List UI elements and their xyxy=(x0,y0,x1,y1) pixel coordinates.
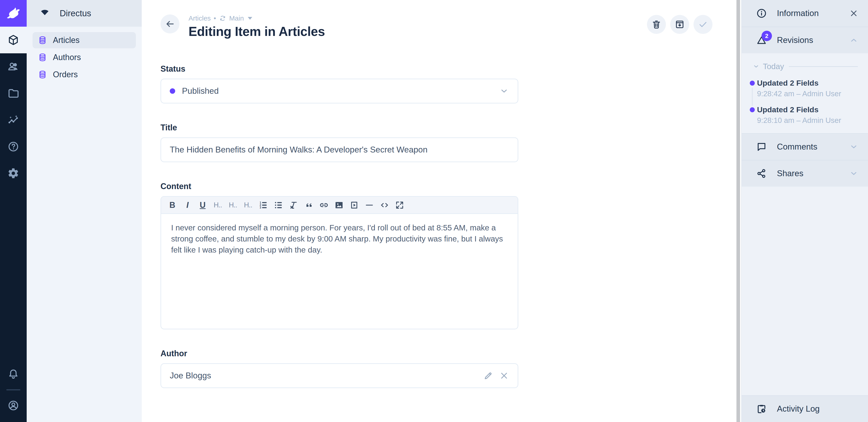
blockquote-button[interactable] xyxy=(301,198,316,212)
chevron-down-icon xyxy=(849,169,859,178)
code-icon xyxy=(379,200,390,210)
sidebar-section-revisions[interactable]: 2 Revisions xyxy=(742,27,868,53)
bell-icon xyxy=(7,368,19,380)
deselect-x-icon[interactable] xyxy=(499,371,509,381)
arrow-left-icon xyxy=(165,19,175,29)
status-select[interactable]: Published xyxy=(160,78,518,103)
heading2-glyph: H.. xyxy=(229,201,237,209)
module-settings[interactable] xyxy=(0,160,27,187)
image-button[interactable] xyxy=(331,198,346,212)
expand-comments-button[interactable] xyxy=(849,142,859,152)
collapse-revisions-button[interactable] xyxy=(849,35,859,45)
notifications-button[interactable] xyxy=(0,361,27,387)
status-dot-icon xyxy=(170,88,175,94)
sidebar-section-shares[interactable]: Shares xyxy=(742,160,868,187)
main-scrollbar[interactable] xyxy=(737,0,740,422)
link-icon xyxy=(319,200,329,210)
nav-item-articles[interactable]: Articles xyxy=(33,32,136,48)
group-divider-line xyxy=(789,66,858,67)
bullet-list-icon xyxy=(274,200,283,210)
revisions-group-today[interactable]: Today xyxy=(742,61,868,71)
fullscreen-button[interactable] xyxy=(392,198,407,212)
rabbit-icon xyxy=(6,6,21,21)
revision-meta: 9:28:10 am – Admin User xyxy=(757,116,868,125)
sidebar-filler xyxy=(742,187,868,395)
revision-title: Updated 2 Fields xyxy=(757,78,868,88)
header-text: Articles • Main Editing Item in Articles xyxy=(188,14,325,39)
revisions-icon-wrap: 2 xyxy=(756,35,767,45)
save-button[interactable] xyxy=(693,15,712,34)
bullet-list-button[interactable] xyxy=(271,198,286,212)
sidebar-section-comments[interactable]: Comments xyxy=(742,133,868,160)
expand-shares-button[interactable] xyxy=(849,169,859,178)
module-insights[interactable] xyxy=(0,107,27,133)
title-label: Title xyxy=(160,123,518,132)
delete-button[interactable] xyxy=(647,15,666,34)
underline-button[interactable]: U xyxy=(195,198,210,212)
field-content: Content B I U H.. H.. H.. 123 xyxy=(160,182,518,329)
editor-body[interactable]: I never considered myself a morning pers… xyxy=(161,214,518,329)
account-circle-icon xyxy=(7,400,19,411)
module-bar xyxy=(0,0,27,422)
code-button[interactable] xyxy=(377,198,392,212)
heading1-glyph: H.. xyxy=(214,201,222,209)
revisions-count-badge: 2 xyxy=(762,31,772,41)
chevron-down-icon xyxy=(849,142,859,152)
page-title: Editing Item in Articles xyxy=(188,24,325,39)
revision-entry[interactable]: Updated 2 Fields 9:28:10 am – Admin User xyxy=(742,105,868,125)
bold-button[interactable]: B xyxy=(165,198,180,212)
horizontal-rule-button[interactable] xyxy=(362,198,377,212)
help-icon xyxy=(7,141,19,153)
heading2-button[interactable]: H.. xyxy=(225,198,241,212)
horizontal-rule-icon xyxy=(364,200,374,210)
right-sidebar: Information 2 Revisions Today Updated 2 … xyxy=(741,0,868,422)
clear-format-button[interactable] xyxy=(286,198,301,212)
ordered-list-button[interactable]: 123 xyxy=(256,198,271,212)
back-button[interactable] xyxy=(160,14,180,33)
project-switcher[interactable]: Directus xyxy=(27,0,142,27)
chevron-up-icon xyxy=(849,35,859,45)
version-caret-icon[interactable] xyxy=(248,17,252,20)
sidebar-section-information[interactable]: Information xyxy=(742,0,868,27)
media-button[interactable] xyxy=(346,198,362,212)
edit-pencil-icon[interactable] xyxy=(483,371,493,381)
title-input[interactable]: The Hidden Benefits of Morning Walks: A … xyxy=(160,137,518,162)
database-icon xyxy=(38,70,47,79)
folder-icon xyxy=(7,88,19,99)
collections-list: Articles Authors Orders xyxy=(33,32,136,83)
nav-item-orders[interactable]: Orders xyxy=(33,66,136,83)
module-files[interactable] xyxy=(0,80,27,107)
revision-entry[interactable]: Updated 2 Fields 9:28:42 am – Admin User xyxy=(742,78,868,98)
italic-button[interactable]: I xyxy=(180,198,195,212)
link-button[interactable] xyxy=(316,198,331,212)
heading1-button[interactable]: H.. xyxy=(210,198,225,212)
wysiwyg-editor: B I U H.. H.. H.. 123 xyxy=(160,196,518,329)
breadcrumb-version[interactable]: Main xyxy=(229,14,244,22)
module-content[interactable] xyxy=(0,27,27,53)
revisions-group-label: Today xyxy=(763,62,784,71)
breadcrumb: Articles • Main xyxy=(188,14,325,22)
sidebar-section-activity-log[interactable]: Activity Log xyxy=(742,395,868,422)
user-menu-button[interactable] xyxy=(0,392,27,419)
video-icon xyxy=(349,200,359,210)
database-icon xyxy=(38,53,47,62)
navigation-panel: Directus Articles Authors Orders xyxy=(27,0,142,422)
directus-logo[interactable] xyxy=(0,0,27,27)
people-icon xyxy=(7,61,19,72)
field-title: Title The Hidden Benefits of Morning Wal… xyxy=(160,123,518,162)
module-help[interactable] xyxy=(0,133,27,160)
activity-log-title: Activity Log xyxy=(777,404,819,414)
module-users[interactable] xyxy=(0,53,27,80)
revision-dot-icon xyxy=(750,80,755,86)
close-sidebar-button[interactable] xyxy=(849,8,859,18)
heading3-glyph: H.. xyxy=(244,201,252,209)
chevron-down-icon xyxy=(752,63,760,70)
insights-icon xyxy=(7,114,19,126)
heading3-button[interactable]: H.. xyxy=(241,198,256,212)
archive-button[interactable] xyxy=(670,15,689,34)
breadcrumb-collection-link[interactable]: Articles xyxy=(188,14,211,22)
project-name: Directus xyxy=(60,8,91,18)
nav-item-authors[interactable]: Authors xyxy=(33,49,136,66)
nav-item-label: Authors xyxy=(53,53,81,62)
author-input: Joe Bloggs xyxy=(160,363,518,388)
